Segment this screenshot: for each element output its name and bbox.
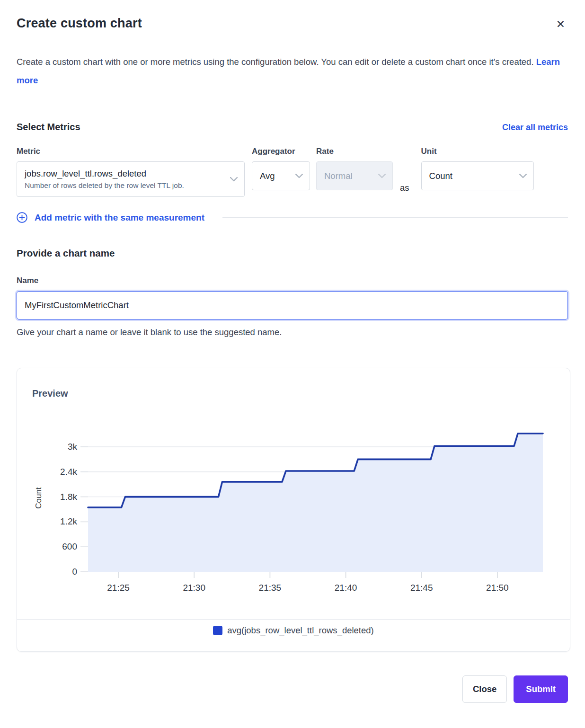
dialog-description: Create a custom chart with one or more m… (17, 53, 561, 89)
metric-config-row: Metric jobs.row_level_ttl.rows_deleted N… (17, 147, 568, 197)
chevron-down-icon (378, 174, 386, 178)
x-tick-label: 21:25 (95, 583, 142, 593)
name-helper-text: Give your chart a name or leave it blank… (17, 327, 568, 337)
aggregator-field-group: Aggregator Avg (252, 147, 310, 190)
y-tick-label: 0 (17, 567, 77, 577)
preview-card: Preview 06001.2k1.8k2.4k3k 21:2521:3021:… (17, 368, 570, 652)
submit-button[interactable]: Submit (514, 675, 568, 703)
preview-plot-svg (88, 420, 543, 578)
legend-divider (17, 619, 570, 620)
add-metric-link-label: Add metric with the same measurement (35, 213, 204, 223)
aggregator-select-value: Avg (260, 171, 290, 181)
metric-field-group: Metric jobs.row_level_ttl.rows_deleted N… (17, 147, 245, 197)
rate-field-group: Rate Normal (316, 147, 393, 190)
y-tick-label: 3k (17, 442, 77, 452)
y-tick-label: 600 (17, 542, 77, 552)
unit-select-value: Count (429, 171, 514, 181)
as-label: as (400, 183, 409, 193)
x-tick-label: 21:40 (322, 583, 370, 593)
unit-field-group: Unit Count (421, 147, 534, 190)
horizontal-divider (222, 217, 568, 218)
close-icon[interactable]: ✕ (553, 17, 568, 32)
select-metrics-title: Select Metrics (17, 122, 80, 133)
metric-label: Metric (17, 147, 245, 156)
chevron-down-icon (230, 177, 238, 182)
metric-select[interactable]: jobs.row_level_ttl.rows_deleted Number o… (17, 161, 245, 197)
select-metrics-header: Select Metrics Clear all metrics (17, 122, 568, 133)
x-tick-label: 21:30 (170, 583, 218, 593)
add-metric-row: Add metric with the same measurement (17, 212, 568, 223)
dialog-title: Create custom chart (17, 16, 142, 31)
unit-select[interactable]: Count (421, 161, 534, 190)
plus-circle-icon (17, 212, 27, 223)
x-tick-label: 21:50 (474, 583, 521, 593)
x-tick-label: 21:45 (398, 583, 445, 593)
chevron-down-icon (295, 174, 303, 178)
chart-legend: avg(jobs_row_level_ttl_rows_deleted) (17, 625, 570, 636)
y-axis-title: Count (34, 483, 44, 513)
y-tick-label: 1.8k (17, 492, 77, 502)
chevron-down-icon (519, 174, 527, 178)
rate-label: Rate (316, 147, 393, 156)
clear-all-metrics-link[interactable]: Clear all metrics (502, 123, 568, 133)
chart-name-section-title: Provide a chart name (17, 248, 568, 259)
dialog-footer: Close Submit (17, 675, 568, 703)
dialog-header: Create custom chart ✕ (17, 16, 568, 32)
close-button[interactable]: Close (462, 675, 507, 703)
description-text: Create a custom chart with one or more m… (17, 57, 534, 67)
unit-label: Unit (421, 147, 534, 156)
chart-name-input[interactable] (17, 291, 568, 320)
aggregator-select[interactable]: Avg (252, 161, 310, 190)
metric-select-value: jobs.row_level_ttl.rows_deleted (25, 169, 224, 179)
aggregator-label: Aggregator (252, 147, 310, 156)
legend-swatch (213, 626, 222, 635)
name-label: Name (17, 276, 568, 285)
metric-select-description: Number of rows deleted by the row level … (25, 181, 224, 190)
legend-label: avg(jobs_row_level_ttl_rows_deleted) (227, 625, 374, 636)
preview-title: Preview (32, 388, 68, 399)
x-tick-label: 21:35 (246, 583, 293, 593)
rate-select-value: Normal (324, 171, 372, 181)
y-tick-label: 2.4k (17, 467, 77, 477)
add-metric-link[interactable]: Add metric with the same measurement (17, 212, 204, 223)
rate-select-disabled: Normal (316, 161, 393, 190)
y-tick-label: 1.2k (17, 516, 77, 527)
create-custom-chart-dialog: Create custom chart ✕ Create a custom ch… (0, 0, 585, 728)
